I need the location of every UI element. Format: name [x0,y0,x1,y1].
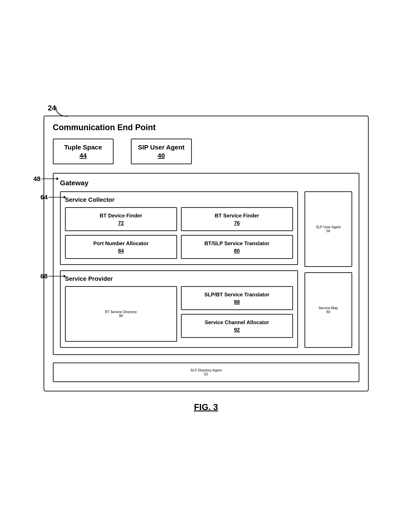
sip-user-agent-label: SIP User Agent [138,144,185,151]
slp-directory-agent-box: SLP Directory Agent 52 [53,362,359,382]
fig-caption-text: FIG. 3 [194,402,218,412]
bt-device-finder-label: BT Device Finder [100,212,142,219]
gateway-container: 48 Gateway [53,173,359,355]
tuple-space-label: Tuple Space [64,144,102,151]
bt-device-finder-number: 72 [118,220,124,226]
slp-user-agent-box: SLP User Agent 56 [304,191,352,267]
slp-user-agent-label: SLP User Agent [316,225,341,229]
label-64: 64 [41,194,48,201]
page-container: 24 Communication End Point Tuple Space 4… [0,0,412,532]
service-map-box: Service Map 60 [304,272,352,348]
service-channel-allocator-number: 92 [234,327,240,333]
slp-directory-agent-label: SLP Directory Agent [191,368,222,372]
slp-bt-service-translator-label: SLP/BT Service Translator [204,291,269,298]
label-68: 68 [41,273,48,280]
service-provider-container: 68 Service Provider [60,270,298,348]
service-channel-allocator-label: Service Channel Allocator [205,319,269,326]
port-number-allocator-number: 84 [118,248,124,254]
sip-user-agent-number: 40 [157,152,165,159]
top-row: Tuple Space 44 SIP User Agent 40 [53,139,359,164]
slp-bt-service-translator-number: 88 [234,299,240,305]
service-provider-title: Service Provider [65,275,293,282]
collector-grid: BT Device Finder 72 BT Service Finder 76 [65,207,293,259]
tuple-space-number: 44 [80,152,87,159]
service-channel-allocator-box: Service Channel Allocator 92 [181,314,293,338]
comm-endpoint-box: Communication End Point Tuple Space 44 S… [44,116,369,391]
port-number-allocator-label: Port Number Allocator [93,240,148,247]
bt-slp-service-translator-box: BT/SLP Service Translator 80 [181,235,293,259]
gateway-inner: 64 Service Collector [60,191,352,348]
bt-service-directory-label: BT Service Directory [105,310,137,314]
provider-grid: BT Service Directory 96 SLP/BT Service T… [65,286,293,342]
bt-device-finder-box: BT Device Finder 72 [65,207,177,231]
slp-bt-service-translator-box: SLP/BT Service Translator 88 [181,286,293,310]
bt-service-finder-box: BT Service Finder 76 [181,207,293,231]
bt-service-finder-label: BT Service Finder [215,212,259,219]
bt-service-directory-box: BT Service Directory 96 [65,286,177,342]
service-map-label: Service Map [319,306,338,310]
bt-slp-service-translator-label: BT/SLP Service Translator [204,240,269,247]
gateway-right: SLP User Agent 56 Service Map 60 [304,191,352,348]
gateway-left: 64 Service Collector [60,191,298,348]
service-collector-box: Service Collector BT Device Finder 72 BT… [60,191,298,265]
service-provider-box: Service Provider BT Service Directory 96 [60,270,298,348]
bt-service-finder-number: 76 [234,220,240,226]
sip-user-agent-box: SIP User Agent 40 [131,139,192,164]
diagram-wrapper: 24 Communication End Point Tuple Space 4… [44,116,369,412]
comm-endpoint-title: Communication End Point [53,123,359,132]
tuple-space-box: Tuple Space 44 [53,139,114,164]
slp-directory-agent-number: 52 [204,372,208,376]
gateway-box: Gateway 64 [53,173,359,355]
slp-user-agent-number: 56 [326,229,330,233]
bt-slp-service-translator-number: 80 [234,248,240,254]
service-collector-title: Service Collector [65,196,293,203]
fig-caption: FIG. 3 [44,402,369,412]
gateway-title: Gateway [60,179,352,187]
bt-service-directory-number: 96 [119,314,123,318]
service-map-number: 60 [326,310,330,314]
port-number-allocator-box: Port Number Allocator 84 [65,235,177,259]
provider-right-col: SLP/BT Service Translator 88 Service Cha… [181,286,293,338]
label-48: 48 [33,175,41,182]
service-collector-container: 64 Service Collector [60,191,298,265]
